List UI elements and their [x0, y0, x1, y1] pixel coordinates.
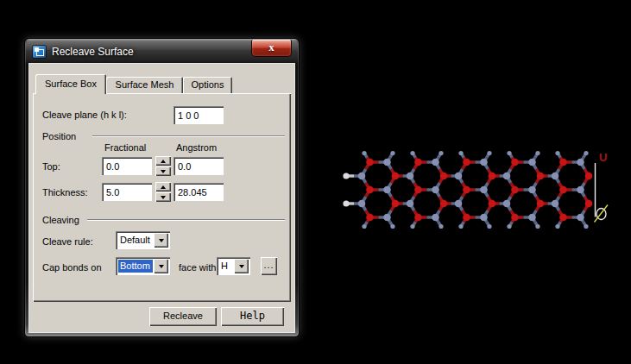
up-arrow-icon — [161, 160, 166, 163]
thickness-spinner-up[interactable] — [155, 182, 171, 191]
cleaving-separator — [87, 219, 285, 220]
thickness-spinner — [155, 182, 171, 202]
up-arrow-icon — [161, 185, 166, 189]
tab-panel-surface-box: Cleave plane (h k l): Position Fractiona… — [33, 93, 291, 302]
desktop: { "window": { "title": "Recleave Surface… — [0, 0, 631, 364]
dropdown-arrow-icon[interactable] — [234, 259, 249, 273]
svg-text:U: U — [599, 151, 607, 164]
orientation-axis: U — [595, 151, 609, 223]
position-separator — [92, 135, 285, 136]
tab-surface-box[interactable]: Surface Box — [35, 74, 106, 94]
top-angstrom-input[interactable] — [174, 157, 224, 175]
cap-bonds-value: Bottom — [118, 260, 153, 273]
cleave-rule-value: Default — [118, 234, 153, 247]
angstrom-column-header: Angstrom — [176, 142, 217, 153]
top-spinner — [155, 156, 171, 176]
down-arrow-icon — [161, 170, 166, 173]
dropdown-arrow-icon[interactable] — [154, 233, 168, 248]
cleaving-group-label: Cleaving — [42, 215, 79, 225]
face-with-value: H — [219, 260, 233, 273]
recleave-surface-dialog: Recleave Surface x Surface Box Surface M… — [24, 38, 300, 337]
window-title: Recleave Surface — [52, 46, 134, 58]
browse-button[interactable]: ... — [261, 257, 277, 275]
thickness-angstrom-input[interactable] — [174, 183, 224, 201]
top-label: Top: — [42, 161, 60, 172]
thickness-fractional-input[interactable] — [102, 183, 152, 201]
fractional-column-header: Fractional — [104, 142, 146, 153]
position-group-label: Position — [42, 131, 76, 141]
help-button[interactable]: Help — [221, 307, 284, 326]
app-icon — [33, 46, 46, 58]
top-spinner-down[interactable] — [155, 166, 171, 176]
close-button[interactable]: x — [251, 40, 292, 57]
recleave-button[interactable]: Recleave — [149, 307, 217, 326]
tab-surface-mesh[interactable]: Surface Mesh — [106, 77, 183, 93]
cleave-rule-label: Cleave rule: — [42, 236, 93, 247]
top-fractional-input[interactable] — [102, 157, 152, 175]
cleave-plane-input[interactable] — [174, 106, 224, 124]
tab-options[interactable]: Options — [183, 77, 232, 93]
face-with-label: face with — [179, 262, 216, 273]
dropdown-arrow-icon[interactable] — [154, 259, 168, 273]
face-with-dropdown[interactable]: H — [217, 257, 250, 275]
thickness-label: Thickness: — [42, 187, 88, 198]
cleave-rule-dropdown[interactable]: Default — [116, 231, 170, 249]
down-arrow-icon — [161, 196, 166, 199]
dialog-client-area: Surface Box Surface Mesh Options Cleave … — [29, 64, 294, 332]
cap-bonds-dropdown[interactable]: Bottom — [116, 257, 170, 275]
top-spinner-up[interactable] — [155, 156, 171, 166]
cap-bonds-label: Cap bonds on — [42, 262, 102, 273]
cleave-plane-label: Cleave plane (h k l): — [42, 110, 127, 120]
molecule-structure — [343, 151, 592, 229]
thickness-spinner-down[interactable] — [155, 192, 171, 202]
